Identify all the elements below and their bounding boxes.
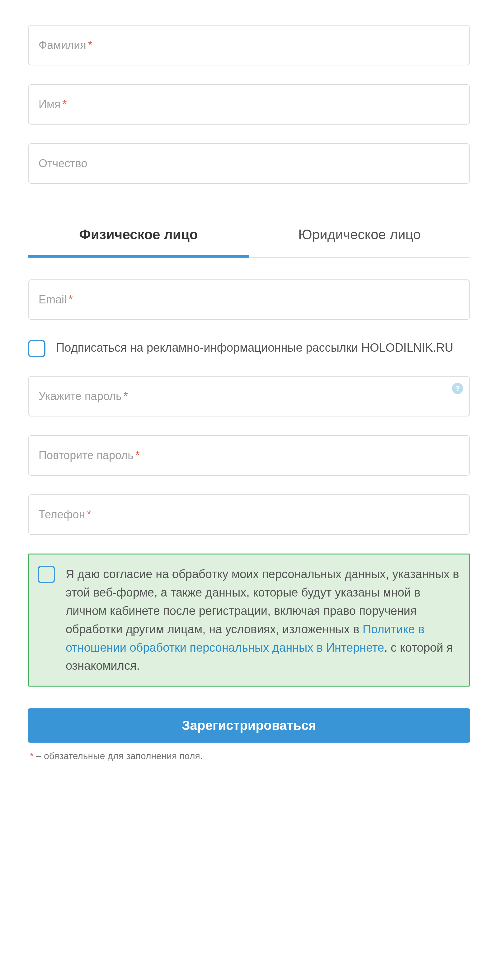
phone-input[interactable]: [28, 494, 470, 535]
subscribe-label: Подписаться на рекламно-информационные р…: [56, 339, 453, 357]
subscribe-checkbox[interactable]: [28, 340, 46, 357]
password-input[interactable]: [28, 376, 470, 417]
registration-form: Фамилия* Имя* Отчество Физическое лицо Ю…: [28, 25, 470, 761]
patronymic-input[interactable]: [28, 143, 470, 184]
phone-wrapper: Телефон*: [28, 494, 470, 535]
subscribe-row: Подписаться на рекламно-информационные р…: [28, 339, 470, 357]
password-repeat-input[interactable]: [28, 435, 470, 476]
firstname-input[interactable]: [28, 84, 470, 125]
email-input[interactable]: [28, 279, 470, 320]
tab-legal[interactable]: Юридическое лицо: [249, 218, 470, 258]
entity-type-tabs: Физическое лицо Юридическое лицо: [28, 218, 470, 258]
tab-individual[interactable]: Физическое лицо: [28, 218, 249, 258]
required-footnote: * – обязательные для заполнения поля.: [28, 751, 470, 761]
patronymic-wrapper: Отчество: [28, 143, 470, 184]
consent-text: Я даю согласие на обработку моих персона…: [66, 565, 460, 675]
consent-box: Я даю согласие на обработку моих персона…: [28, 554, 470, 687]
lastname-wrapper: Фамилия*: [28, 25, 470, 65]
firstname-wrapper: Имя*: [28, 84, 470, 125]
email-wrapper: Email*: [28, 279, 470, 320]
submit-button[interactable]: Зарегистрироваться: [28, 708, 470, 743]
lastname-input[interactable]: [28, 25, 470, 65]
password-wrapper: Укажите пароль* ?: [28, 376, 470, 417]
password-repeat-wrapper: Повторите пароль*: [28, 435, 470, 476]
consent-checkbox[interactable]: [38, 566, 55, 583]
password-hint-icon[interactable]: ?: [452, 383, 463, 394]
